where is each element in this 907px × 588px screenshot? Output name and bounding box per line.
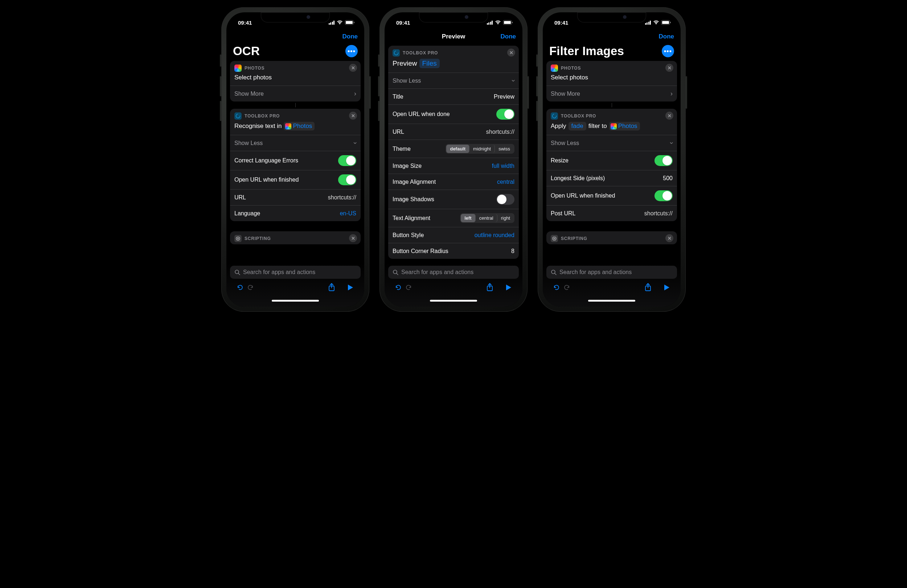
search-field[interactable]: Search for apps and actions bbox=[546, 266, 677, 279]
photos-variable-token[interactable]: Photos bbox=[609, 122, 640, 131]
param-title[interactable]: Title Preview bbox=[388, 88, 519, 104]
share-button[interactable] bbox=[485, 283, 495, 294]
show-more-row[interactable]: Show More › bbox=[546, 86, 677, 102]
undo-button[interactable] bbox=[235, 283, 245, 294]
search-field[interactable]: Search for apps and actions bbox=[388, 266, 519, 279]
theme-segmented[interactable]: default midnight swiss bbox=[445, 144, 514, 154]
action-card-scripting[interactable]: SCRIPTING ✕ bbox=[230, 231, 361, 244]
search-placeholder: Search for apps and actions bbox=[401, 269, 473, 275]
play-button[interactable] bbox=[503, 284, 514, 293]
show-more-row[interactable]: Show More › bbox=[230, 86, 361, 102]
action-card-photos[interactable]: PHOTOS ✕ Select photos Show More › bbox=[546, 61, 677, 102]
param-post-url[interactable]: Post URL shortcuts:// bbox=[546, 205, 677, 221]
more-button[interactable]: ••• bbox=[345, 45, 358, 57]
notch bbox=[261, 12, 330, 22]
show-less-row[interactable]: Show Less › bbox=[230, 135, 361, 151]
app-label: TOOLBOX PRO bbox=[245, 113, 280, 118]
play-button[interactable] bbox=[345, 284, 356, 293]
toggle-resize[interactable] bbox=[654, 155, 673, 166]
done-button[interactable]: Done bbox=[501, 33, 516, 40]
search-field[interactable]: Search for apps and actions bbox=[230, 266, 361, 279]
redo-button[interactable] bbox=[245, 283, 255, 294]
action-title: Apply fade filter to Photos bbox=[546, 122, 677, 135]
svg-point-3 bbox=[236, 237, 240, 240]
param-text-alignment: Text Alignment left central right bbox=[388, 209, 519, 227]
share-button[interactable] bbox=[327, 283, 337, 294]
param-image-size[interactable]: Image Size full width bbox=[388, 158, 519, 174]
remove-action-button[interactable]: ✕ bbox=[665, 64, 673, 72]
done-button[interactable]: Done bbox=[343, 33, 358, 40]
home-indicator[interactable] bbox=[430, 300, 477, 302]
photos-variable-token[interactable]: Photos bbox=[284, 122, 314, 131]
chevron-down-icon: › bbox=[351, 142, 359, 144]
redo-button[interactable] bbox=[562, 283, 572, 294]
param-language[interactable]: Language en-US bbox=[230, 205, 361, 221]
redo-button[interactable] bbox=[404, 283, 413, 294]
remove-action-button[interactable]: ✕ bbox=[349, 234, 357, 242]
remove-action-button[interactable]: ✕ bbox=[349, 64, 357, 72]
cellular-icon bbox=[487, 21, 493, 25]
param-url[interactable]: URL shortcuts:// bbox=[388, 124, 519, 139]
param-url[interactable]: URL shortcuts:// bbox=[230, 189, 361, 205]
remove-action-button[interactable]: ✕ bbox=[349, 112, 357, 120]
toolbar bbox=[230, 282, 361, 295]
app-label: TOOLBOX PRO bbox=[561, 113, 596, 118]
show-less-row[interactable]: Show Less › bbox=[388, 72, 519, 88]
param-button-style[interactable]: Button Style outline rounded bbox=[388, 227, 519, 243]
svg-line-20 bbox=[555, 273, 556, 275]
toggle-open-url[interactable] bbox=[338, 174, 356, 185]
toolbar bbox=[388, 282, 519, 295]
action-card-toolbox[interactable]: TOOLBOX PRO ✕ Preview Files Show Less › … bbox=[388, 46, 519, 259]
svg-line-12 bbox=[397, 273, 398, 275]
cellular-icon bbox=[645, 21, 651, 25]
action-title: Recognise text in Photos bbox=[230, 122, 361, 135]
app-label: PHOTOS bbox=[561, 66, 581, 71]
undo-button[interactable] bbox=[551, 283, 562, 294]
connector-line bbox=[546, 103, 677, 107]
nav-bar: Preview Done bbox=[385, 28, 522, 44]
app-label: SCRIPTING bbox=[561, 236, 587, 241]
battery-icon bbox=[661, 20, 671, 25]
undo-button[interactable] bbox=[393, 283, 404, 294]
files-variable-token[interactable]: Files bbox=[420, 59, 440, 68]
share-button[interactable] bbox=[643, 283, 653, 294]
home-indicator[interactable] bbox=[272, 300, 319, 302]
remove-action-button[interactable]: ✕ bbox=[665, 112, 673, 120]
more-button[interactable]: ••• bbox=[662, 45, 674, 57]
toggle-open-url[interactable] bbox=[654, 190, 673, 201]
action-card-toolbox[interactable]: TOOLBOX PRO ✕ Recognise text in Photos S… bbox=[230, 109, 361, 221]
status-time: 09:41 bbox=[554, 19, 568, 26]
wifi-icon bbox=[495, 20, 501, 25]
search-placeholder: Search for apps and actions bbox=[559, 269, 631, 275]
show-less-row[interactable]: Show Less › bbox=[546, 135, 677, 151]
toolbar bbox=[546, 282, 677, 295]
action-card-photos[interactable]: PHOTOS ✕ Select photos Show More › bbox=[230, 61, 361, 102]
action-card-toolbox[interactable]: TOOLBOX PRO ✕ Apply fade filter to Photo… bbox=[546, 109, 677, 221]
device-frame-1: 09:41 Done OCR ••• PHOTOS bbox=[221, 7, 369, 312]
fade-variable-token[interactable]: fade bbox=[569, 122, 586, 131]
toggle-open-url-done[interactable] bbox=[496, 109, 514, 120]
text-align-segmented[interactable]: left central right bbox=[460, 213, 514, 223]
done-button[interactable]: Done bbox=[659, 33, 675, 40]
param-longest-side[interactable]: Longest Side (pixels) 500 bbox=[546, 170, 677, 186]
svg-rect-16 bbox=[670, 22, 671, 23]
page-title: Filter Images bbox=[549, 44, 624, 58]
notch bbox=[419, 12, 488, 22]
toolbox-app-icon bbox=[551, 112, 558, 120]
chevron-down-icon: › bbox=[510, 80, 518, 82]
remove-action-button[interactable]: ✕ bbox=[507, 49, 515, 56]
toggle-correct-errors[interactable] bbox=[338, 155, 356, 166]
home-indicator[interactable] bbox=[588, 300, 635, 302]
photos-app-icon bbox=[285, 123, 291, 129]
param-button-radius[interactable]: Button Corner Radius 8 bbox=[388, 243, 519, 259]
action-card-scripting[interactable]: SCRIPTING ✕ bbox=[546, 231, 677, 244]
play-button[interactable] bbox=[662, 284, 672, 293]
photos-app-icon bbox=[551, 64, 558, 72]
param-open-url-finished: Open URL when finished bbox=[546, 186, 677, 205]
notch bbox=[577, 12, 646, 22]
param-image-alignment[interactable]: Image Alignment central bbox=[388, 174, 519, 190]
chevron-down-icon: › bbox=[668, 142, 676, 144]
svg-rect-9 bbox=[504, 21, 511, 24]
remove-action-button[interactable]: ✕ bbox=[665, 234, 673, 242]
toggle-image-shadows[interactable] bbox=[496, 194, 514, 205]
